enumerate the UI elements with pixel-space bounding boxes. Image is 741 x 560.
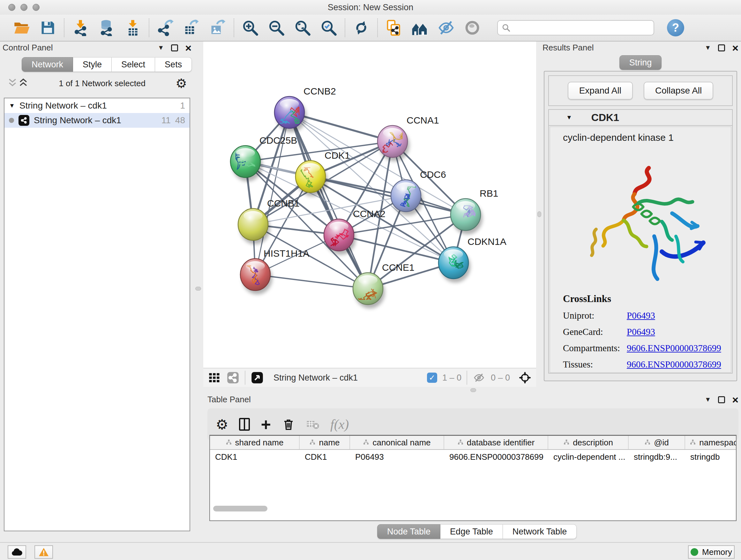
panel-menu-caret-icon[interactable]: ▼ [704, 44, 711, 51]
memory-label: Memory [702, 547, 732, 557]
network-collection-row[interactable]: ▼ String Network – cdk1 1 [4, 98, 190, 113]
export-image-icon[interactable] [209, 19, 226, 37]
node-CDKN1A[interactable] [439, 247, 470, 283]
node-CCNA2[interactable] [324, 219, 356, 255]
open-in-window-icon[interactable] [251, 371, 264, 384]
column-label: namespace [699, 438, 737, 448]
node-HIST1H1A[interactable] [240, 259, 272, 294]
selected-checkbox-icon[interactable]: ✓ [427, 373, 437, 383]
node-RB1[interactable] [451, 199, 482, 234]
column-header-namespace[interactable]: namespace [685, 436, 737, 449]
node-CCNE1[interactable] [353, 273, 385, 308]
right-splitter-handle[interactable] [537, 211, 541, 217]
network-canvas[interactable]: CCNB2CCNA1CDC25BCDK1CDC6RB1CCNB1CCNA2CDK… [203, 42, 536, 368]
collapse-all-networks-icon[interactable] [7, 77, 18, 90]
show-eye-icon[interactable] [463, 19, 481, 37]
memory-button[interactable]: Memory [688, 545, 735, 559]
tab-sets[interactable]: Sets [155, 57, 192, 72]
table-horizontal-scrollbar[interactable] [213, 506, 267, 511]
column-header-description[interactable]: description [548, 436, 629, 449]
zoom-out-icon[interactable] [267, 19, 285, 37]
column-header-@id[interactable]: @id [629, 436, 685, 449]
warnings-button[interactable] [35, 545, 53, 559]
gene-symbol: CDK1 [591, 112, 619, 124]
gene-expander-icon[interactable]: ▼ [566, 114, 572, 121]
left-splitter-handle[interactable] [195, 287, 201, 291]
clone-network-icon[interactable] [385, 19, 403, 37]
apply-layout-icon[interactable] [352, 19, 370, 37]
close-panel-icon[interactable]: × [732, 396, 738, 403]
crosslink-link[interactable]: 9606.ENSP00000378699 [627, 343, 721, 354]
import-network-from-database-icon[interactable] [98, 19, 116, 37]
open-session-icon[interactable] [13, 19, 30, 37]
gene-description: cyclin-dependent kinase 1 [563, 132, 731, 143]
table-row[interactable]: CDK1CDK1P064939606.ENSP00000378699cyclin… [210, 450, 736, 464]
float-panel-icon[interactable] [171, 44, 178, 51]
cloud-icon [11, 548, 22, 556]
close-panel-icon[interactable]: × [732, 44, 738, 51]
import-network-icon[interactable] [71, 19, 89, 37]
string-results-container: Expand All Collapse All ▼ CDK1 cyclin-de… [544, 71, 737, 381]
node-label-CCNB2: CCNB2 [304, 86, 336, 97]
tab-network-table[interactable]: Network Table [503, 524, 577, 539]
tab-select[interactable]: Select [112, 57, 155, 72]
bottom-splitter-handle[interactable] [470, 388, 476, 392]
column-header-canonical-name[interactable]: canonical name [350, 436, 444, 449]
network-share-view-icon[interactable] [226, 371, 240, 384]
export-table-icon[interactable] [183, 19, 200, 37]
fit-content-icon[interactable] [293, 19, 312, 37]
delete-column-icon[interactable] [282, 418, 295, 431]
panel-menu-caret-icon[interactable]: ▼ [704, 396, 711, 403]
cloud-status-button[interactable] [8, 545, 26, 559]
network-options-gear-icon[interactable]: ⚙ [176, 77, 187, 90]
birdseye-view-icon[interactable] [518, 371, 532, 384]
hidden-eye-icon[interactable] [472, 371, 486, 384]
float-panel-icon[interactable] [718, 396, 725, 403]
export-network-icon[interactable] [156, 19, 174, 37]
node-label-CCNE1: CCNE1 [382, 262, 414, 273]
crosslink-link[interactable]: 9606.ENSP00000378699 [627, 359, 721, 370]
tab-network[interactable]: Network [22, 57, 73, 72]
search-input[interactable] [513, 23, 647, 33]
hide-unhide-icon[interactable] [437, 19, 455, 37]
close-panel-icon[interactable]: × [185, 44, 192, 51]
column-header-database-identifier[interactable]: database identifier [444, 436, 548, 449]
float-panel-icon[interactable] [718, 44, 725, 51]
crosslink-link[interactable]: P06493 [627, 327, 655, 337]
edge-HIST1H1A-CCNE1[interactable] [255, 274, 368, 289]
column-header-name[interactable]: name [300, 436, 350, 449]
current-network-name: String Network – cdk1 [273, 373, 358, 383]
expand-all-button[interactable]: Expand All [568, 82, 633, 100]
crosslink-row: Compartments:9606.ENSP00000378699 [563, 343, 721, 354]
tab-style[interactable]: Style [73, 57, 112, 72]
node-CDC25B[interactable] [230, 145, 262, 181]
edge-CCNB2-CCNE1[interactable] [289, 112, 368, 289]
tab-node-table[interactable]: Node Table [377, 524, 441, 539]
memory-status-dot-icon [690, 548, 698, 556]
node-CCNB2[interactable] [274, 97, 307, 132]
crosslink-link[interactable]: P06493 [627, 310, 655, 321]
expand-all-networks-icon[interactable] [18, 77, 29, 90]
save-session-icon[interactable] [39, 19, 57, 37]
tab-string[interactable]: String [619, 55, 662, 70]
grid-view-icon[interactable] [208, 371, 221, 384]
zoom-in-icon[interactable] [241, 19, 259, 37]
table-options-gear-icon[interactable]: ⚙ [216, 416, 228, 433]
tab-edge-table[interactable]: Edge Table [441, 524, 503, 539]
help-button[interactable]: ? [667, 19, 684, 37]
panel-menu-caret-icon[interactable]: ▼ [158, 44, 164, 51]
add-column-icon[interactable]: + [261, 418, 271, 431]
gene-entry-header[interactable]: ▼ CDK1 [549, 110, 732, 126]
show-columns-icon[interactable] [239, 418, 250, 431]
column-header-shared-name[interactable]: shared name [210, 436, 300, 449]
zoom-selected-icon[interactable] [320, 19, 338, 37]
collection-expander-icon[interactable]: ▼ [9, 102, 15, 109]
collapse-all-button[interactable]: Collapse All [644, 82, 713, 100]
network-graph[interactable]: CCNB2CCNA1CDC25BCDK1CDC6RB1CCNB1CCNA2CDK… [203, 42, 536, 368]
search-field[interactable] [497, 20, 654, 36]
network-row[interactable]: String Network – cdk1 11 48 [4, 113, 190, 128]
string-home-icon[interactable] [411, 19, 429, 37]
node-CCNA1[interactable] [378, 125, 409, 161]
import-table-icon[interactable] [124, 19, 142, 37]
node-CDK1[interactable] [295, 161, 327, 196]
